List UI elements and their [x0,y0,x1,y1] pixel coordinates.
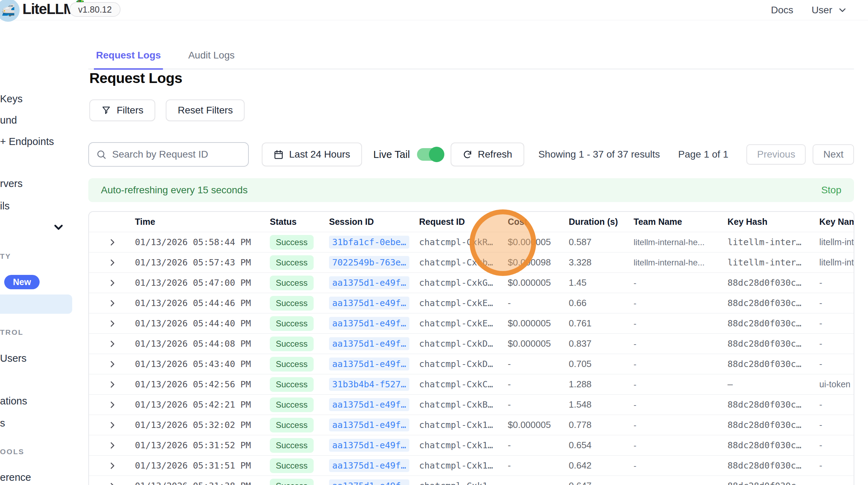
table-row[interactable]: 01/13/2026 05:44:40 PMSuccessaa1375d1-e4… [89,313,854,333]
cell-status: Success [270,276,329,290]
expand-row-icon[interactable] [107,298,118,309]
cell-duration: 0.705 [569,359,634,369]
sidebar-item-organizations[interactable]: ations [0,395,27,407]
calendar-icon [274,150,283,159]
search-input[interactable] [112,149,241,160]
session-id-link[interactable]: aa1375d1-e49f… [329,297,409,310]
sidebar-item-teams[interactable]: s [0,417,5,429]
sidebar-item-logs-selected[interactable] [0,295,72,314]
stop-auto-refresh-link[interactable]: Stop [821,185,841,196]
cell-time: 01/13/2026 05:44:46 PM [135,298,270,308]
sidebar-item-servers[interactable]: rvers [0,178,22,189]
refresh-button[interactable]: Refresh [451,143,524,166]
cell-time: 01/13/2026 05:43:40 PM [135,359,270,369]
table-row[interactable]: 01/13/2026 05:57:43 PMSuccess7022549b-76… [89,252,854,272]
session-id-link[interactable]: aa1375d1-e49f… [329,358,409,370]
expand-row-icon[interactable] [107,460,118,471]
table-row[interactable]: 01/13/2026 05:44:46 PMSuccessaa1375d1-e4… [89,293,854,313]
sidebar-item-models-endpoints[interactable]: + Endpoints [0,136,54,147]
session-id-link[interactable]: aa1375d1-e49f… [329,337,409,350]
tab-request-logs[interactable]: Request Logs [94,42,163,70]
table-row[interactable]: 01/13/2026 05:32:02 PMSuccessaa1375d1-e4… [89,415,854,435]
cell-session-id: aa1375d1-e49f… [329,297,419,310]
time-range-button[interactable]: Last 24 Hours [262,143,362,166]
table-row[interactable]: 01/13/2026 05:47:00 PMSuccessaa1375d1-e4… [89,272,854,293]
expand-row-icon[interactable] [107,481,118,485]
table-row[interactable]: 01/13/2026 05:42:56 PMSuccess31b3b4b4-f5… [89,374,854,394]
cell-key-hash: litellm-inter… [727,257,819,268]
user-menu[interactable]: User [812,5,848,16]
sidebar-item-keys[interactable]: Keys [0,93,22,105]
session-id-link[interactable]: aa1375d1-e49f… [329,276,409,289]
previous-page-button[interactable]: Previous [746,144,806,165]
expand-row-icon[interactable] [107,257,118,268]
sidebar-item-guardrails[interactable]: ils [0,200,9,212]
cell-key-name: litellm-inter… [819,257,854,268]
table-row[interactable]: 01/13/2026 05:58:44 PMSuccess31bfa1cf-0e… [89,232,854,252]
session-id-link[interactable]: 31b3b4b4-f527… [329,378,409,391]
next-page-button[interactable]: Next [813,144,854,165]
sidebar-chevron-down-icon[interactable] [52,221,65,234]
filters-button[interactable]: Filters [89,99,155,121]
expand-row-icon[interactable] [107,440,118,451]
cell-cost: $0.000005 [508,318,569,329]
cell-duration: 0.654 [569,440,634,451]
cell-time: 01/13/2026 05:31:51 PM [135,460,270,471]
table-row[interactable]: 01/13/2026 05:43:40 PMSuccessaa1375d1-e4… [89,354,854,374]
cell-key-hash: 88dc28d0f030c… [727,318,819,328]
sidebar-item-inference[interactable]: erence [0,472,31,483]
session-id-link[interactable]: aa1375d1-e49f… [329,459,409,472]
live-tail-toggle[interactable] [417,148,443,161]
status-badge: Success [270,458,314,473]
table-row[interactable]: 01/13/2026 05:31:38 PMSuccessaa1375d1-e4… [89,476,854,485]
cell-key-hash: 88dc28d0f030c… [727,400,819,410]
cell-session-id: aa1375d1-e49f… [329,276,419,289]
expand-row-icon[interactable] [107,400,118,410]
session-id-link[interactable]: aa1375d1-e49f… [329,418,409,431]
tab-audit-logs[interactable]: Audit Logs [186,42,237,69]
status-badge: Success [270,276,314,290]
sidebar-item-playground[interactable]: und [0,115,17,126]
filter-row: Filters Reset Filters [89,99,245,121]
status-badge: Success [270,337,314,351]
column-header-request-id: Request ID [419,217,508,227]
cell-duration: 0.66 [569,298,634,309]
cell-duration: 1.45 [569,277,634,288]
expand-row-icon[interactable] [107,339,118,349]
expand-row-icon[interactable] [107,379,118,390]
table-row[interactable]: 01/13/2026 05:42:21 PMSuccessaa1375d1-e4… [89,394,854,415]
expand-row-icon[interactable] [107,318,118,329]
litellm-logo[interactable]: 🚅 [0,0,20,22]
expand-row-icon[interactable] [107,237,118,248]
cell-status: Success [270,337,329,351]
session-id-link[interactable]: 7022549b-763e… [329,256,409,269]
cell-team-name: - [634,461,727,471]
cell-key-hash: 88dc28d0f030c… [727,298,819,308]
column-header-cost: Cost [508,217,569,227]
session-id-link[interactable]: aa1375d1-e49f… [329,439,409,452]
cell-status: Success [270,255,329,270]
session-id-link[interactable]: aa1375d1-e49f… [329,398,409,411]
session-id-link[interactable]: aa1375d1-e49f… [329,479,409,485]
expand-row-icon[interactable] [107,359,118,369]
table-row[interactable]: 01/13/2026 05:31:51 PMSuccessaa1375d1-e4… [89,455,854,476]
refresh-label: Refresh [478,149,512,160]
table-row[interactable]: 01/13/2026 05:31:52 PMSuccessaa1375d1-e4… [89,435,854,455]
sidebar: Keys und + Endpoints rvers ils TY New TR… [0,20,74,485]
cell-duration: 0.837 [569,338,634,349]
search-box[interactable] [88,142,249,167]
session-id-link[interactable]: 31bfa1cf-0ebe… [329,236,409,249]
reset-filters-button[interactable]: Reset Filters [166,99,245,121]
status-badge: Success [270,397,314,412]
cell-team-name: - [634,359,727,369]
cell-cost: $0.000005 [508,277,569,288]
sidebar-item-internal-users[interactable]: Users [0,353,27,364]
table-row[interactable]: 01/13/2026 05:44:08 PMSuccessaa1375d1-e4… [89,333,854,354]
expand-row-icon[interactable] [107,420,118,430]
docs-link[interactable]: Docs [771,5,793,16]
auto-refresh-banner: Auto-refreshing every 15 seconds Stop [88,178,854,202]
session-id-link[interactable]: aa1375d1-e49f… [329,317,409,330]
expand-row-icon[interactable] [107,278,118,288]
cell-cost: - [508,440,569,451]
request-logs-table: TimeStatusSession IDRequest IDCostDurati… [88,211,854,485]
